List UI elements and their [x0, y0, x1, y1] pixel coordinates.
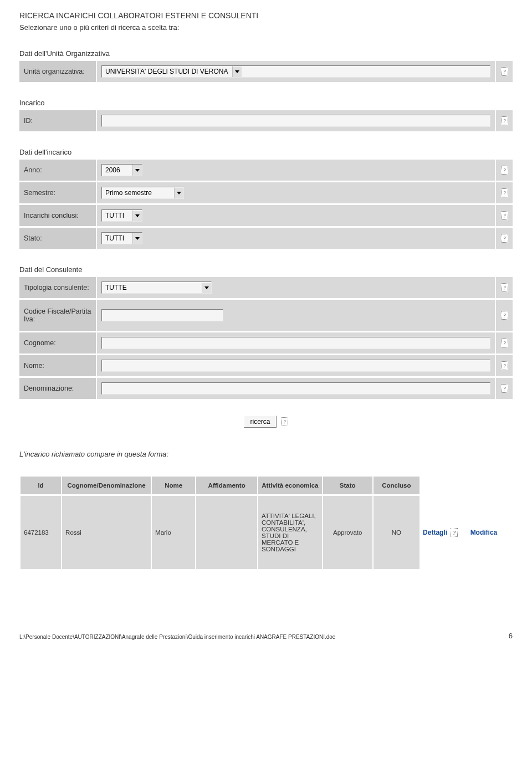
cell-nome: Mario [152, 496, 195, 569]
semestre-dropdown-value: Primo semestre [102, 188, 174, 198]
help-icon[interactable]: ? [501, 188, 508, 197]
help-icon[interactable]: ? [501, 311, 508, 320]
cell-id: 6472183 [21, 496, 61, 569]
chevron-down-icon [232, 66, 242, 77]
anno-dropdown[interactable]: 2006 [101, 164, 142, 176]
help-icon[interactable]: ? [501, 384, 508, 393]
denominazione-input[interactable] [101, 382, 490, 395]
help-icon[interactable]: ? [501, 361, 508, 370]
ricerca-button[interactable]: ricerca [244, 416, 276, 428]
help-icon[interactable]: ? [501, 116, 508, 125]
help-icon[interactable]: ? [501, 211, 508, 220]
label-semestre: Semestre: [19, 182, 96, 203]
semestre-dropdown[interactable]: Primo semestre [101, 187, 184, 199]
th-id: Id [21, 477, 61, 494]
label-stato: Stato: [19, 228, 96, 249]
cell-cognome: Rossi [62, 496, 151, 569]
label-cf: Codice Fiscale/Partita Iva: [19, 300, 96, 331]
incarichi-conclusi-dropdown[interactable]: TUTTI [101, 209, 142, 222]
th-affidamento: Affidamento [196, 477, 257, 494]
th-attivita: Attività economica [258, 477, 322, 494]
label-denominazione: Denominazione: [19, 378, 96, 399]
th-nome: Nome [152, 477, 195, 494]
incarichi-conclusi-dropdown-value: TUTTI [102, 211, 132, 221]
result-intro: L'incarico richiamato compare in questa … [19, 450, 513, 458]
th-concluso: Concluso [374, 477, 420, 494]
dettagli-link[interactable]: Dettagli [423, 529, 447, 536]
nome-input[interactable] [101, 360, 490, 372]
label-nome: Nome: [19, 355, 96, 376]
help-icon[interactable]: ? [501, 166, 508, 175]
id-input[interactable] [101, 115, 490, 127]
help-icon[interactable]: ? [281, 417, 288, 426]
page-title: RICERCA INCARICHI COLLABORATORI ESTERNI … [19, 11, 513, 20]
tipologia-dropdown-value: TUTTE [102, 283, 202, 293]
help-icon[interactable]: ? [501, 339, 508, 347]
cell-attivita: ATTIVITA' LEGALI, CONTABILITA', CONSULEN… [258, 496, 322, 569]
page-subtitle: Selezionare uno o più criteri di ricerca… [19, 23, 513, 32]
cell-concluso: NO [374, 496, 420, 569]
footer-path: L:\Personale Docente\AUTORIZZAZIONI\Anag… [19, 634, 335, 640]
chevron-down-icon [132, 210, 142, 221]
page-number: 6 [509, 632, 513, 640]
stato-dropdown[interactable]: TUTTI [101, 232, 142, 244]
help-icon[interactable]: ? [501, 283, 508, 292]
label-id: ID: [19, 110, 96, 131]
unita-dropdown-value: UNIVERSITA' DEGLI STUDI DI VERONA [102, 66, 232, 76]
label-incarichi-conclusi: Incarichi conclusi: [19, 205, 96, 226]
help-icon[interactable]: ? [501, 67, 508, 76]
chevron-down-icon [132, 233, 142, 244]
result-table: Id Cognome/Denominazione Nome Affidament… [19, 475, 513, 571]
label-tipologia: Tipologia consulente: [19, 277, 96, 298]
section-dati-consulente-heading: Dati del Consulente [19, 265, 513, 274]
section-incarico-heading: Incarico [19, 99, 513, 107]
stato-dropdown-value: TUTTI [102, 233, 132, 243]
section-dati-incarico-heading: Dati dell'incarico [19, 148, 513, 156]
cognome-input[interactable] [101, 337, 490, 349]
th-cognome: Cognome/Denominazione [62, 477, 151, 494]
tipologia-dropdown[interactable]: TUTTE [101, 281, 212, 294]
th-stato: Stato [323, 477, 372, 494]
cell-stato: Approvato [323, 496, 372, 569]
label-unita: Unità organizzativa: [19, 61, 96, 82]
anno-dropdown-value: 2006 [102, 165, 132, 175]
label-cognome: Cognome: [19, 332, 96, 354]
label-anno: Anno: [19, 160, 96, 181]
cell-affidamento [196, 496, 257, 569]
chevron-down-icon [132, 165, 142, 176]
section-unita-heading: Dati dell'Unità Organizzativa [19, 49, 513, 58]
help-icon[interactable]: ? [451, 528, 458, 537]
modifica-link[interactable]: Modifica [470, 529, 498, 536]
help-icon[interactable]: ? [501, 234, 508, 243]
table-row: 6472183 Rossi Mario ATTIVITA' LEGALI, CO… [21, 496, 511, 569]
cf-input[interactable] [101, 309, 223, 321]
chevron-down-icon [202, 282, 211, 293]
chevron-down-icon [174, 187, 183, 198]
unita-dropdown[interactable]: UNIVERSITA' DEGLI STUDI DI VERONA [101, 65, 490, 78]
